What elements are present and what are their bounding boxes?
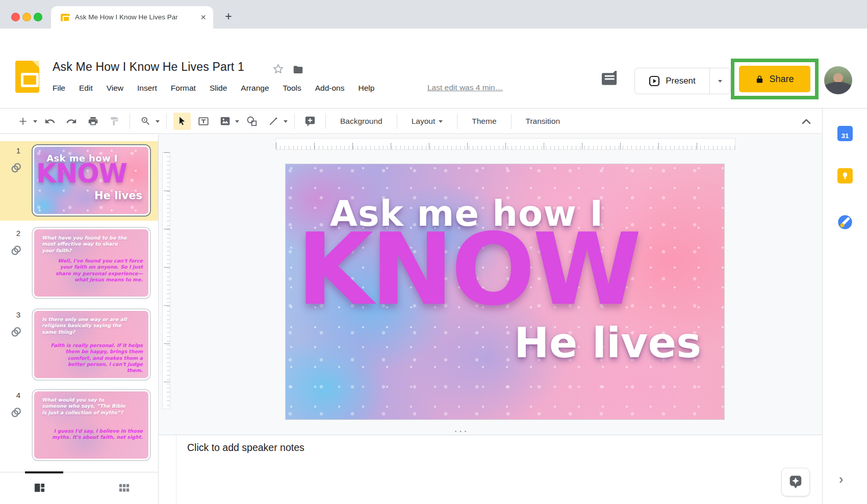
speaker-notes-placeholder[interactable]: Click to add speaker notes: [187, 442, 304, 454]
insert-shape-button[interactable]: [243, 113, 261, 130]
slides-logo-icon[interactable]: [15, 61, 39, 93]
skip-slide-link-icon[interactable]: [10, 244, 23, 257]
divider: [397, 114, 397, 129]
tab-close-icon[interactable]: ✕: [198, 12, 209, 22]
chevron-down-icon[interactable]: [235, 120, 239, 125]
menu-help[interactable]: Help: [358, 84, 374, 93]
layout-button[interactable]: Layout: [404, 113, 451, 130]
browser-tab[interactable]: Ask Me How I Know He Lives Par ✕: [51, 6, 213, 29]
menu-addons[interactable]: Add-ons: [315, 84, 345, 93]
zoom-button[interactable]: [137, 113, 160, 130]
select-tool-button[interactable]: [173, 113, 191, 130]
filmstrip-view-button[interactable]: [32, 481, 47, 495]
present-button[interactable]: Present: [635, 68, 709, 94]
side-panel-rail: 31 ›: [822, 109, 867, 504]
last-edit-link[interactable]: Last edit was 4 min…: [427, 83, 503, 92]
slides-toolbar: Background Layout Theme Transition: [0, 109, 822, 134]
menu-tools[interactable]: Tools: [283, 84, 301, 93]
new-slide-button[interactable]: [14, 113, 37, 130]
tasks-icon[interactable]: [837, 215, 853, 230]
background-button[interactable]: Background: [333, 113, 390, 130]
explore-sparkle-icon: [788, 474, 803, 490]
print-button[interactable]: [84, 113, 101, 130]
present-button-group: Present: [634, 68, 730, 94]
redo-icon: [66, 116, 77, 127]
text-box-icon: [198, 116, 209, 127]
skip-slide-link-icon[interactable]: [10, 325, 23, 338]
slide-thumbnail-3[interactable]: Is there only one way or are all religio…: [33, 309, 150, 380]
star-icon[interactable]: [272, 63, 284, 77]
menu-arrange[interactable]: Arrange: [241, 84, 269, 93]
thumb3-question: Is there only one way or are all religio…: [42, 316, 127, 335]
slide-thumbnail-2[interactable]: What have you found to be the most effec…: [33, 228, 150, 298]
chevron-down-icon[interactable]: [284, 120, 288, 125]
slide-number: 1: [13, 146, 23, 155]
image-icon: [216, 113, 234, 130]
speaker-notes[interactable]: Click to add speaker notes: [159, 435, 822, 504]
divider: [130, 114, 130, 129]
grid-view-icon: [118, 482, 131, 494]
undo-icon: [44, 116, 56, 127]
slide-title-line2[interactable]: He lives: [286, 319, 701, 367]
window-close-button[interactable]: [11, 13, 20, 21]
plus-icon: [14, 113, 32, 130]
explore-button[interactable]: [781, 468, 810, 496]
grid-view-button[interactable]: [116, 481, 132, 495]
theme-button[interactable]: Theme: [464, 113, 504, 130]
zoom-icon: [137, 113, 154, 130]
horizontal-ruler: [275, 138, 735, 150]
undo-button[interactable]: [41, 113, 59, 130]
paint-format-button[interactable]: [106, 113, 123, 130]
notes-resize-handle[interactable]: •••: [447, 429, 477, 434]
share-button[interactable]: Share: [739, 66, 810, 92]
redo-button[interactable]: [63, 113, 80, 130]
menu-view[interactable]: View: [107, 84, 123, 93]
slide-editor[interactable]: Ask me how I KNOW He lives: [286, 164, 724, 419]
menu-format[interactable]: Format: [171, 84, 196, 93]
slide-thumbnail-1[interactable]: Ask me how I KNOW He lives: [33, 145, 150, 216]
divider: [457, 114, 457, 129]
menu-insert[interactable]: Insert: [137, 84, 157, 93]
share-label: Share: [769, 74, 794, 85]
collapse-toolbar-button[interactable]: [799, 114, 814, 129]
divider: [294, 114, 295, 129]
insert-line-button[interactable]: [265, 113, 288, 130]
expand-panel-chevron[interactable]: ›: [839, 472, 843, 487]
insert-image-button[interactable]: [216, 113, 239, 130]
active-view-indicator: [25, 471, 63, 473]
slide-thumbnail-4[interactable]: What would you say to someone who says, …: [33, 390, 150, 460]
filmstrip-view-icon: [33, 482, 46, 494]
chevron-up-icon: [800, 116, 812, 128]
chevron-down-icon[interactable]: [156, 120, 160, 125]
menu-slide[interactable]: Slide: [210, 84, 227, 93]
text-box-button[interactable]: [195, 113, 212, 130]
move-folder-icon[interactable]: [293, 65, 303, 76]
present-options-button[interactable]: [709, 68, 730, 94]
paint-roller-icon: [109, 116, 119, 126]
line-icon: [265, 113, 282, 130]
divider: [325, 114, 326, 129]
comment-history-button[interactable]: [600, 70, 620, 88]
menu-edit[interactable]: Edit: [79, 84, 93, 93]
slides-favicon: [61, 14, 70, 21]
skip-slide-link-icon[interactable]: [10, 406, 23, 419]
insert-comment-button[interactable]: [301, 113, 319, 130]
browser-window: Ask Me How I Know He Lives Par ✕ + docs.…: [0, 0, 867, 504]
document-title[interactable]: Ask Me How I Know He Lives Part 1: [53, 60, 244, 74]
menu-file[interactable]: File: [53, 84, 65, 93]
transition-button[interactable]: Transition: [518, 113, 568, 130]
window-minimize-button[interactable]: [22, 13, 31, 21]
keep-icon[interactable]: [837, 168, 853, 183]
thumb2-question: What have you found to be the most effec…: [42, 235, 127, 254]
new-tab-button[interactable]: +: [221, 9, 236, 23]
comment-icon: [601, 71, 619, 87]
chevron-down-icon[interactable]: [33, 120, 37, 125]
skip-slide-link-icon[interactable]: [10, 161, 23, 174]
window-fullscreen-button[interactable]: [34, 13, 42, 21]
account-avatar[interactable]: [824, 66, 852, 94]
calendar-icon[interactable]: 31: [837, 126, 853, 141]
tab-strip: Ask Me How I Know He Lives Par ✕ +: [0, 0, 867, 29]
present-play-icon: [649, 75, 660, 87]
calendar-day: 31: [842, 132, 849, 140]
slide-title-know[interactable]: KNOW: [286, 220, 650, 319]
